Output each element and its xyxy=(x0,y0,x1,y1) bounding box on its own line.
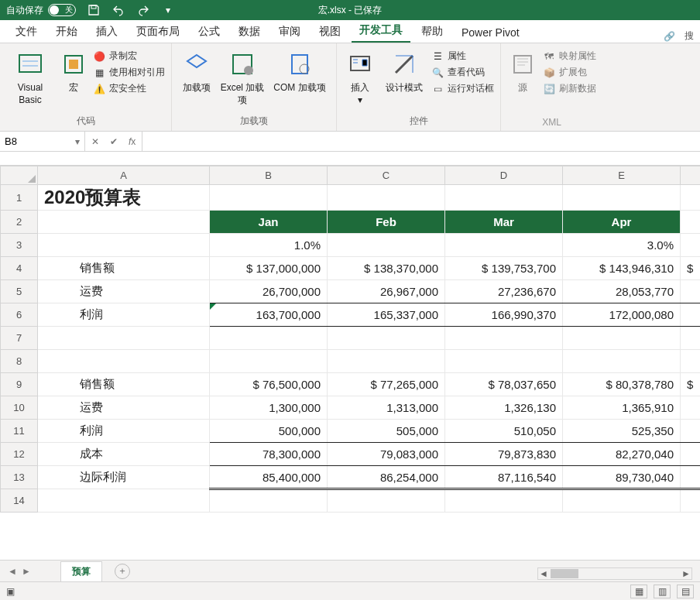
cell[interactable]: 1,326,130 xyxy=(445,396,563,420)
cell[interactable] xyxy=(445,489,563,513)
formula-bar[interactable] xyxy=(142,132,700,151)
cell[interactable] xyxy=(38,489,210,513)
cell[interactable] xyxy=(563,327,681,350)
spreadsheet-grid[interactable]: A B C D E 1 2020预算表 2 Jan Feb Mar Apr 3 … xyxy=(0,166,700,513)
com-addins-button[interactable]: COM 加载项 xyxy=(269,46,330,94)
cell[interactable] xyxy=(328,489,445,513)
share-icon[interactable]: 🔗 xyxy=(664,31,675,42)
cell[interactable]: $ 77,265,000 xyxy=(328,373,445,396)
cell[interactable] xyxy=(210,327,328,350)
visual-basic-button[interactable]: Visual Basic xyxy=(6,46,54,106)
cell[interactable] xyxy=(445,234,563,257)
sheet-tab[interactable]: 预算 xyxy=(60,561,102,581)
tab-home[interactable]: 开始 xyxy=(48,20,85,43)
cell[interactable]: 78,300,000 xyxy=(210,443,328,466)
cell[interactable]: 79,873,830 xyxy=(445,443,563,466)
cell[interactable]: 89,730,040 xyxy=(563,466,681,489)
save-icon[interactable] xyxy=(87,3,101,17)
row-header[interactable]: 3 xyxy=(1,234,38,257)
cell[interactable] xyxy=(328,185,445,211)
cell[interactable] xyxy=(681,234,701,257)
cell[interactable]: Feb xyxy=(328,211,445,234)
tab-formulas[interactable]: 公式 xyxy=(190,20,228,43)
row-header[interactable]: 7 xyxy=(1,327,38,350)
tab-view[interactable]: 视图 xyxy=(311,20,348,43)
expansion-pack-button[interactable]: 📦扩展包 xyxy=(543,66,596,79)
cell[interactable]: $ 137,000,000 xyxy=(210,257,328,280)
tab-file[interactable]: 文件 xyxy=(8,20,45,43)
cell[interactable] xyxy=(445,185,563,211)
cell[interactable]: 销售额 xyxy=(38,373,210,396)
xml-source-button[interactable]: 源 xyxy=(507,46,538,94)
col-header[interactable] xyxy=(681,166,701,185)
name-box-input[interactable] xyxy=(5,135,51,147)
col-header[interactable]: A xyxy=(38,166,210,185)
macro-record-status-icon[interactable]: ▣ xyxy=(6,586,15,597)
cell[interactable]: 510,050 xyxy=(445,420,563,443)
cell[interactable]: 85,400,000 xyxy=(210,466,328,489)
row-header[interactable]: 5 xyxy=(1,280,38,303)
autosave-toggle[interactable]: 自动保存 关 xyxy=(6,4,76,17)
normal-view-icon[interactable]: ▦ xyxy=(630,585,647,598)
cell[interactable] xyxy=(681,303,701,327)
cell[interactable] xyxy=(681,396,701,420)
cell[interactable]: 79,083,000 xyxy=(328,443,445,466)
tab-insert[interactable]: 插入 xyxy=(88,20,125,43)
cell[interactable]: Apr xyxy=(563,211,681,234)
cell[interactable]: 成本 xyxy=(38,443,210,466)
row-header[interactable]: 9 xyxy=(1,373,38,396)
cell[interactable]: 26,967,000 xyxy=(328,280,445,303)
cell[interactable] xyxy=(563,489,681,513)
design-mode-button[interactable]: 设计模式 xyxy=(382,46,427,94)
cell[interactable] xyxy=(210,350,328,373)
sheet-nav-prev-icon[interactable]: ◄ xyxy=(8,566,17,577)
row-header[interactable]: 4 xyxy=(1,257,38,280)
addins-button[interactable]: 加载项 xyxy=(178,46,215,94)
cell[interactable]: 运费 xyxy=(38,280,210,303)
scroll-left-icon[interactable]: ◄ xyxy=(538,568,549,579)
cell[interactable] xyxy=(38,211,210,234)
page-break-view-icon[interactable]: ▤ xyxy=(677,585,694,598)
cell[interactable]: 163,700,000 xyxy=(210,303,328,327)
cell[interactable]: 边际利润 xyxy=(38,466,210,489)
cell[interactable]: 1.0% xyxy=(210,234,328,257)
col-header[interactable]: C xyxy=(328,166,445,185)
cell[interactable]: 销售额 xyxy=(38,257,210,280)
tab-review[interactable]: 审阅 xyxy=(271,20,308,43)
chevron-down-icon[interactable]: ▾ xyxy=(75,136,80,147)
cell[interactable] xyxy=(681,443,701,466)
cell[interactable]: Mar xyxy=(445,211,563,234)
insert-control-button[interactable]: 插入▾ xyxy=(343,46,377,106)
cell[interactable]: 28,053,770 xyxy=(563,280,681,303)
add-sheet-button[interactable]: ＋ xyxy=(115,564,130,579)
cell[interactable]: 1,313,000 xyxy=(328,396,445,420)
map-properties-button[interactable]: 🗺映射属性 xyxy=(543,50,596,63)
cell[interactable] xyxy=(210,489,328,513)
name-box[interactable]: ▾ xyxy=(0,132,85,151)
record-macro-button[interactable]: 🔴录制宏 xyxy=(93,50,165,63)
cell[interactable]: 165,337,000 xyxy=(328,303,445,327)
cell[interactable]: 2020预算表 xyxy=(38,185,210,211)
scroll-right-icon[interactable]: ► xyxy=(681,568,691,579)
row-header[interactable]: 12 xyxy=(1,443,38,466)
cell[interactable]: 利润 xyxy=(38,420,210,443)
cell[interactable]: 82,270,040 xyxy=(563,443,681,466)
view-code-button[interactable]: 🔍查看代码 xyxy=(431,66,494,79)
cell[interactable]: 500,000 xyxy=(210,420,328,443)
cell[interactable] xyxy=(328,234,445,257)
refresh-data-button[interactable]: 🔄刷新数据 xyxy=(543,82,596,95)
tab-data[interactable]: 数据 xyxy=(231,20,268,43)
row-header[interactable]: 1 xyxy=(1,185,38,211)
cell[interactable] xyxy=(563,350,681,373)
cell[interactable]: 505,000 xyxy=(328,420,445,443)
sheet-nav-next-icon[interactable]: ► xyxy=(22,566,31,577)
tab-help[interactable]: 帮助 xyxy=(413,20,451,43)
cell[interactable] xyxy=(563,185,681,211)
cancel-formula-icon[interactable]: ✕ xyxy=(91,136,99,147)
row-header[interactable]: 11 xyxy=(1,420,38,443)
cell[interactable]: 166,990,370 xyxy=(445,303,563,327)
cell[interactable] xyxy=(210,185,328,211)
cell[interactable]: $ 143,946,310 xyxy=(563,257,681,280)
cell[interactable]: 172,000,080 xyxy=(563,303,681,327)
relative-reference-button[interactable]: ▦使用相对引用 xyxy=(93,66,165,79)
